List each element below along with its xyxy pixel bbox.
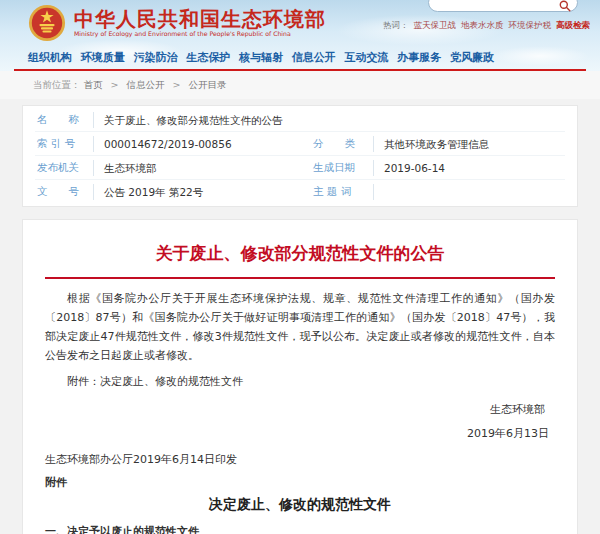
advanced-search-link[interactable]: 高级检索 <box>556 20 590 30</box>
national-emblem-logo <box>28 4 66 42</box>
search-input[interactable] <box>437 0 557 10</box>
meta-label-docno: 文 号 <box>35 185 93 199</box>
hotwords-label: 热词： <box>383 20 409 30</box>
masthead: 中华人民共和国生态环境部 Ministry of Ecology and Env… <box>0 0 600 47</box>
nav-item-interaction[interactable]: 互动交流 <box>345 50 389 65</box>
breadcrumb-separator: > <box>111 79 119 90</box>
meta-row-docno-keywords: 文 号 公告 2019年 第22号 主 题 词 <box>35 180 565 204</box>
meta-table: 名 称 关于废止、修改部分规范性文件的公告 索 引 号 000014672/20… <box>22 105 578 207</box>
meta-label-category: 分 类 <box>311 137 373 151</box>
attachment-line: 附件：决定废止、修改的规范性文件 <box>45 374 555 389</box>
nav-item-party-conduct[interactable]: 党风廉政 <box>450 50 494 65</box>
meta-row-index-category: 索 引 号 000014672/2019-00856 分 类 其他环境政务管理信… <box>35 132 565 156</box>
meta-label-index: 索 引 号 <box>35 137 93 151</box>
nav-item-env-quality[interactable]: 环境质量 <box>81 50 125 65</box>
document-card: 关于废止、修改部分规范性文件的公告 根据《国务院办公厅关于开展生态环境保护法规、… <box>22 219 578 534</box>
breadcrumb-home[interactable]: 首页 <box>84 79 103 90</box>
meta-value-docno: 公告 2019年 第22号 <box>93 184 311 200</box>
meta-label-date: 生成日期 <box>311 161 373 175</box>
site-title: 中华人民共和国生态环境部 <box>74 8 326 30</box>
meta-value-issuer: 生态环境部 <box>93 160 311 176</box>
meta-value-date: 2019-06-14 <box>373 160 565 176</box>
nav-item-eco-protection[interactable]: 生态保护 <box>186 50 230 65</box>
page: 中华人民共和国生态环境部 Ministry of Ecology and Env… <box>0 0 600 534</box>
document-sign-date: 2019年6月13日 <box>45 426 555 441</box>
search-box[interactable] <box>428 0 578 12</box>
meta-label-name: 名 称 <box>35 113 93 127</box>
hotwords: 热词：蓝天保卫战地表水水质环境保护税高级检索 <box>374 20 594 32</box>
brand-text: 中华人民共和国生态环境部 Ministry of Ecology and Env… <box>74 8 326 38</box>
site-subtitle: Ministry of Ecology and Environment of t… <box>74 30 313 38</box>
breadcrumb-info-disclosure[interactable]: 信息公开 <box>127 79 165 90</box>
document-signer: 生态环境部 <box>45 402 555 417</box>
hotword-link-2[interactable]: 地表水水质 <box>461 20 504 30</box>
title-divider <box>45 277 555 279</box>
main-nav: 组织机构 环境质量 污染防治 生态保护 核与辐射 信息公开 互动交流 办事服务 … <box>14 47 586 71</box>
nav-item-nuclear-radiation[interactable]: 核与辐射 <box>239 50 283 65</box>
hotword-link-3[interactable]: 环境保护税 <box>509 20 552 30</box>
breadcrumb-label: 当前位置： <box>33 79 81 90</box>
meta-value-category: 其他环境政务管理信息 <box>373 136 565 152</box>
site-header: 中华人民共和国生态环境部 Ministry of Ecology and Env… <box>0 0 600 71</box>
meta-value-keywords <box>373 184 565 200</box>
site-brand[interactable]: 中华人民共和国生态环境部 Ministry of Ecology and Env… <box>28 4 326 42</box>
appendix-label: 附件 <box>45 475 555 490</box>
document-title: 关于废止、修改部分规范性文件的公告 <box>45 242 555 265</box>
breadcrumb: 当前位置： 首页 > 信息公开 > 公开目录 <box>0 71 600 99</box>
nav-item-info-disclosure[interactable]: 信息公开 <box>292 50 336 65</box>
breadcrumb-public-catalog[interactable]: 公开目录 <box>189 79 227 90</box>
document-body-paragraph: 根据《国务院办公厅关于开展生态环境保护法规、规章、规范性文件清理工作的通知》（国… <box>45 289 555 365</box>
meta-value-index: 000014672/2019-00856 <box>93 136 311 152</box>
appendix-title: 决定废止、修改的规范性文件 <box>45 496 555 514</box>
nav-item-organization[interactable]: 组织机构 <box>28 50 72 65</box>
hotword-link-1[interactable]: 蓝天保卫战 <box>414 20 457 30</box>
search-icon[interactable] <box>559 0 571 9</box>
section-heading: 一、决定予以废止的规范性文件 <box>45 524 555 534</box>
meta-value-name: 关于废止、修改部分规范性文件的公告 <box>93 112 565 128</box>
meta-row-issuer-date: 发布机关 生态环境部 生成日期 2019-06-14 <box>35 156 565 180</box>
search-area: 热词：蓝天保卫战地表水水质环境保护税高级检索 <box>374 0 594 32</box>
print-note: 生态环境部办公厅2019年6月14日印发 <box>45 452 555 467</box>
breadcrumb-separator: > <box>173 79 181 90</box>
nav-item-pollution-control[interactable]: 污染防治 <box>134 50 178 65</box>
meta-label-issuer: 发布机关 <box>35 161 93 175</box>
meta-row-name: 名 称 关于废止、修改部分规范性文件的公告 <box>35 108 565 132</box>
meta-label-keywords: 主 题 词 <box>311 185 373 199</box>
nav-item-services[interactable]: 办事服务 <box>397 50 441 65</box>
